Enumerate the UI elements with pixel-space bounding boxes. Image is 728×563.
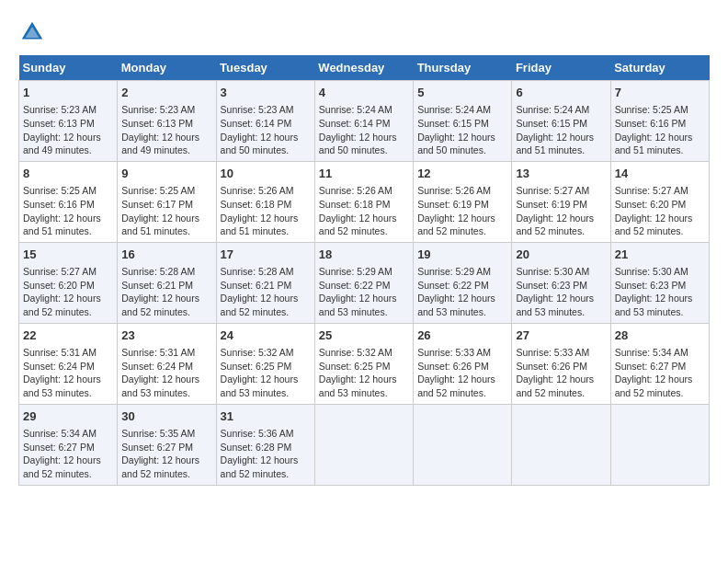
day-info: Sunrise: 5:23 AM Sunset: 6:14 PM Dayligh…: [221, 103, 311, 157]
day-info: Sunrise: 5:33 AM Sunset: 6:26 PM Dayligh…: [417, 346, 507, 400]
day-cell: 22Sunrise: 5:31 AM Sunset: 6:24 PM Dayli…: [19, 323, 118, 404]
day-cell: 7Sunrise: 5:25 AM Sunset: 6:16 PM Daylig…: [610, 81, 709, 162]
day-cell: 28Sunrise: 5:34 AM Sunset: 6:27 PM Dayli…: [610, 323, 709, 404]
day-info: Sunrise: 5:26 AM Sunset: 6:19 PM Dayligh…: [417, 184, 507, 238]
day-info: Sunrise: 5:29 AM Sunset: 6:22 PM Dayligh…: [417, 265, 507, 319]
day-info: Sunrise: 5:26 AM Sunset: 6:18 PM Dayligh…: [319, 184, 409, 238]
day-cell: 5Sunrise: 5:24 AM Sunset: 6:15 PM Daylig…: [414, 81, 512, 162]
day-number: 14: [615, 166, 705, 182]
day-number: 16: [121, 247, 211, 263]
day-cell: 23Sunrise: 5:31 AM Sunset: 6:24 PM Dayli…: [118, 323, 216, 404]
day-cell: 10Sunrise: 5:26 AM Sunset: 6:18 PM Dayli…: [216, 161, 314, 242]
day-info: Sunrise: 5:34 AM Sunset: 6:27 PM Dayligh…: [23, 427, 113, 481]
day-info: Sunrise: 5:35 AM Sunset: 6:27 PM Dayligh…: [121, 427, 211, 481]
day-info: Sunrise: 5:28 AM Sunset: 6:21 PM Dayligh…: [221, 265, 311, 319]
day-number: 27: [516, 327, 606, 344]
header-day-thursday: Thursday: [414, 55, 512, 81]
day-info: Sunrise: 5:25 AM Sunset: 6:16 PM Dayligh…: [23, 184, 113, 238]
day-number: 18: [319, 247, 409, 263]
day-cell: 19Sunrise: 5:29 AM Sunset: 6:22 PM Dayli…: [414, 242, 512, 323]
day-info: Sunrise: 5:34 AM Sunset: 6:27 PM Dayligh…: [615, 346, 705, 400]
day-info: Sunrise: 5:32 AM Sunset: 6:25 PM Dayligh…: [319, 346, 409, 400]
day-number: 7: [615, 85, 705, 101]
day-info: Sunrise: 5:26 AM Sunset: 6:18 PM Dayligh…: [221, 184, 311, 238]
header-day-monday: Monday: [118, 55, 216, 81]
day-cell: 25Sunrise: 5:32 AM Sunset: 6:25 PM Dayli…: [314, 323, 413, 404]
day-cell: 8Sunrise: 5:25 AM Sunset: 6:16 PM Daylig…: [19, 161, 118, 242]
day-cell: 20Sunrise: 5:30 AM Sunset: 6:23 PM Dayli…: [512, 242, 610, 323]
day-cell: 9Sunrise: 5:25 AM Sunset: 6:17 PM Daylig…: [118, 161, 216, 242]
day-info: Sunrise: 5:27 AM Sunset: 6:20 PM Dayligh…: [615, 184, 705, 238]
week-row-1: 1Sunrise: 5:23 AM Sunset: 6:13 PM Daylig…: [19, 81, 710, 162]
day-number: 24: [221, 327, 311, 344]
day-info: Sunrise: 5:33 AM Sunset: 6:26 PM Dayligh…: [516, 346, 606, 400]
day-info: Sunrise: 5:25 AM Sunset: 6:16 PM Dayligh…: [615, 103, 705, 157]
day-info: Sunrise: 5:24 AM Sunset: 6:15 PM Dayligh…: [516, 103, 606, 157]
day-number: 20: [516, 247, 606, 263]
day-number: 8: [23, 166, 113, 182]
day-info: Sunrise: 5:28 AM Sunset: 6:21 PM Dayligh…: [121, 265, 211, 319]
day-number: 19: [417, 247, 507, 263]
day-number: 1: [23, 85, 113, 101]
day-number: 10: [221, 166, 311, 182]
day-number: 17: [221, 247, 311, 263]
day-number: 21: [615, 247, 705, 263]
day-number: 25: [319, 327, 409, 344]
day-number: 3: [221, 85, 311, 101]
calendar-body: 1Sunrise: 5:23 AM Sunset: 6:13 PM Daylig…: [19, 81, 710, 486]
day-info: Sunrise: 5:36 AM Sunset: 6:28 PM Dayligh…: [221, 427, 311, 481]
day-number: 2: [121, 85, 211, 101]
week-row-3: 15Sunrise: 5:27 AM Sunset: 6:20 PM Dayli…: [19, 242, 710, 323]
week-row-5: 29Sunrise: 5:34 AM Sunset: 6:27 PM Dayli…: [19, 404, 710, 485]
day-cell: 18Sunrise: 5:29 AM Sunset: 6:22 PM Dayli…: [314, 242, 413, 323]
day-cell: 6Sunrise: 5:24 AM Sunset: 6:15 PM Daylig…: [512, 81, 610, 162]
day-cell: 31Sunrise: 5:36 AM Sunset: 6:28 PM Dayli…: [216, 404, 314, 485]
day-number: 29: [23, 408, 113, 425]
logo: [18, 18, 50, 46]
day-info: Sunrise: 5:23 AM Sunset: 6:13 PM Dayligh…: [23, 103, 113, 157]
day-number: 15: [23, 247, 113, 263]
day-number: 11: [319, 166, 409, 182]
page-header: [18, 18, 710, 46]
day-cell: 3Sunrise: 5:23 AM Sunset: 6:14 PM Daylig…: [216, 81, 314, 162]
day-number: 6: [516, 85, 606, 101]
day-cell: 12Sunrise: 5:26 AM Sunset: 6:19 PM Dayli…: [414, 161, 512, 242]
day-info: Sunrise: 5:30 AM Sunset: 6:23 PM Dayligh…: [615, 265, 705, 319]
day-cell: 21Sunrise: 5:30 AM Sunset: 6:23 PM Dayli…: [610, 242, 709, 323]
day-cell: 13Sunrise: 5:27 AM Sunset: 6:19 PM Dayli…: [512, 161, 610, 242]
week-row-4: 22Sunrise: 5:31 AM Sunset: 6:24 PM Dayli…: [19, 323, 710, 404]
day-number: 4: [319, 85, 409, 101]
day-info: Sunrise: 5:32 AM Sunset: 6:25 PM Dayligh…: [221, 346, 311, 400]
day-cell: 16Sunrise: 5:28 AM Sunset: 6:21 PM Dayli…: [118, 242, 216, 323]
day-number: 9: [121, 166, 211, 182]
header-day-tuesday: Tuesday: [216, 55, 314, 81]
day-number: 23: [121, 327, 211, 344]
day-number: 28: [615, 327, 705, 344]
day-info: Sunrise: 5:24 AM Sunset: 6:14 PM Dayligh…: [319, 103, 409, 157]
day-cell: 14Sunrise: 5:27 AM Sunset: 6:20 PM Dayli…: [610, 161, 709, 242]
header-day-sunday: Sunday: [19, 55, 118, 81]
day-info: Sunrise: 5:30 AM Sunset: 6:23 PM Dayligh…: [516, 265, 606, 319]
logo-icon: [18, 18, 46, 46]
day-cell: 4Sunrise: 5:24 AM Sunset: 6:14 PM Daylig…: [314, 81, 413, 162]
day-info: Sunrise: 5:27 AM Sunset: 6:20 PM Dayligh…: [23, 265, 113, 319]
day-cell: 24Sunrise: 5:32 AM Sunset: 6:25 PM Dayli…: [216, 323, 314, 404]
day-number: 12: [417, 166, 507, 182]
day-cell: 27Sunrise: 5:33 AM Sunset: 6:26 PM Dayli…: [512, 323, 610, 404]
day-cell: [314, 404, 413, 485]
day-number: 30: [121, 408, 211, 425]
day-info: Sunrise: 5:24 AM Sunset: 6:15 PM Dayligh…: [417, 103, 507, 157]
day-info: Sunrise: 5:27 AM Sunset: 6:19 PM Dayligh…: [516, 184, 606, 238]
day-cell: [512, 404, 610, 485]
day-number: 5: [417, 85, 507, 101]
header-row: SundayMondayTuesdayWednesdayThursdayFrid…: [19, 55, 710, 81]
day-number: 22: [23, 327, 113, 344]
day-info: Sunrise: 5:25 AM Sunset: 6:17 PM Dayligh…: [121, 184, 211, 238]
day-info: Sunrise: 5:29 AM Sunset: 6:22 PM Dayligh…: [319, 265, 409, 319]
day-info: Sunrise: 5:31 AM Sunset: 6:24 PM Dayligh…: [23, 346, 113, 400]
day-number: 26: [417, 327, 507, 344]
day-number: 31: [221, 408, 311, 425]
day-cell: 17Sunrise: 5:28 AM Sunset: 6:21 PM Dayli…: [216, 242, 314, 323]
header-day-friday: Friday: [512, 55, 610, 81]
day-cell: 1Sunrise: 5:23 AM Sunset: 6:13 PM Daylig…: [19, 81, 118, 162]
